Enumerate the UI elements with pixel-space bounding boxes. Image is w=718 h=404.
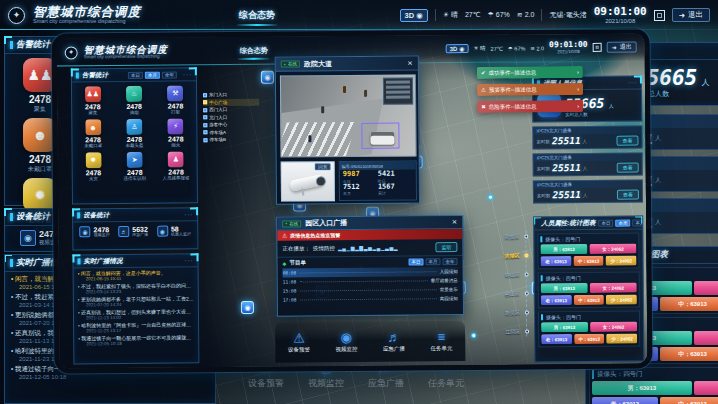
event-toast[interactable]: ✖ 危险事件--描述信息 › <box>477 100 583 113</box>
more-menu[interactable]: ··· <box>184 211 193 217</box>
online-status-badge: 在线 <box>281 60 300 67</box>
period-tab[interactable]: 本月 <box>145 71 160 78</box>
map-marker-icon[interactable]: ◉ <box>261 71 274 84</box>
broadcast-list-item[interactable]: 我通过镜子向一颗心脏展示一些它不可及的朦胧残影… 2021-12-05 10:1… <box>74 332 198 346</box>
live-video-feed[interactable] <box>280 74 417 157</box>
attribute-pill[interactable]: 女：24062 <box>589 244 636 254</box>
broadcast-list-item[interactable]: 闲言，就当解闷罢，这是小墨的声音。 2021-06-15 15:41 <box>74 267 198 281</box>
toolbar-item[interactable]: ⚠ 设备预警 <box>288 331 310 353</box>
period-tab[interactable]: 本日 <box>128 71 143 78</box>
alarm-tile[interactable]: ♨ 2478 抽烟 <box>113 82 155 115</box>
attribute-pill[interactable]: 少：24062 <box>606 256 637 266</box>
schedule-row[interactable]: 17:08 离园须知 <box>283 294 458 305</box>
attribute-pill[interactable]: 中：63913 <box>574 295 605 305</box>
broadcast-list-item[interactable]: 更别说她俩都不多，老子只想站那儿一站，工资2万起… 2021-07-20 14:… <box>74 293 198 307</box>
camera-count-card: IPC25北大门摄像 实时数 25511 人 查看 <box>533 179 643 203</box>
more-menu[interactable]: ··· <box>184 257 193 263</box>
attribute-pill[interactable]: 女：24062 <box>694 381 718 395</box>
tab-overview[interactable]: 综合态势 <box>240 46 268 56</box>
floating-dashboard-window[interactable]: ✦ 智慧城市综合调度 Smart city comprehensive disp… <box>57 33 648 368</box>
period-tab[interactable]: 全年 <box>443 258 458 265</box>
close-icon[interactable]: ✕ <box>407 59 413 67</box>
broadcast-list-item[interactable]: 还真别说，我幻想过，但到头来赚了里也个大设备健… 2021-11-13 14:0… <box>74 306 198 320</box>
outer-top-bar: ✦ 智慧城市综合调度 Smart city comprehensive disp… <box>0 0 718 30</box>
attribute-pill[interactable]: 中：63913 <box>660 297 718 311</box>
exit-button[interactable]: ➜退出 <box>672 8 710 22</box>
3d-mode-toggle[interactable]: 3D◉ <box>446 44 469 53</box>
alarm-tile[interactable]: ☻ 2478 未戴口罩 <box>72 115 114 148</box>
pedestrian <box>364 90 367 97</box>
3d-mode-toggle[interactable]: 3D◉ <box>400 9 428 22</box>
district-stop[interactable]: 锡山区 <box>467 264 529 284</box>
toolbar-item[interactable]: ≡ 任务单元 <box>430 330 452 352</box>
attribute-pill[interactable]: 男：63913 <box>592 381 692 395</box>
device-stat-item[interactable]: ◉ 58 机器人监控 <box>157 225 191 237</box>
alarm-tile[interactable]: ✹ 2478 火灾 <box>73 148 115 181</box>
device-stat-item[interactable]: ◉ 2478 视频监控 <box>80 226 110 238</box>
camera-pager[interactable]: 1/2页 <box>315 163 331 170</box>
period-tab[interactable]: 本日 <box>598 219 613 226</box>
map-marker-icon[interactable] <box>488 195 493 200</box>
attribute-pill[interactable]: 男：63913 <box>541 283 588 293</box>
district-stop[interactable]: 新吴区 <box>467 302 529 322</box>
tab-overview[interactable]: 综合态势 <box>239 9 275 22</box>
view-button[interactable]: 查看 <box>617 162 639 172</box>
more-menu[interactable]: ··· <box>628 80 637 86</box>
alarm-tile[interactable]: ♟ 2478 人员越界报警 <box>155 147 197 180</box>
map-marker-icon[interactable]: ◉ <box>241 301 254 314</box>
district-stop[interactable]: 江阴区 <box>467 321 529 341</box>
alarm-tile[interactable]: ⚡ 2478 烟火 <box>155 114 197 147</box>
period-tab[interactable]: 本月 <box>426 258 441 265</box>
device-stat-item[interactable]: ◉ 2478 视频监控 <box>20 230 61 246</box>
exit-arrow-icon: ➜ <box>679 11 685 20</box>
attribute-pill[interactable]: 中：63913 <box>660 347 718 361</box>
attribute-pill[interactable]: 女：24062 <box>590 283 637 293</box>
event-toast[interactable]: ⚠ 预警事件--描述信息 › <box>477 83 583 96</box>
district-stop[interactable]: 惠山区 <box>467 283 529 303</box>
attribute-pill[interactable]: 中：63913 <box>573 256 604 266</box>
attribute-pill[interactable]: 女：24062 <box>590 322 637 332</box>
attribute-pill[interactable]: 老：63913 <box>540 256 571 266</box>
attribute-pill[interactable]: 少：24062 <box>606 295 637 305</box>
view-button[interactable]: 查看 <box>616 135 638 145</box>
attribute-pill[interactable]: 男：63913 <box>541 322 588 332</box>
period-tab[interactable]: 本周 <box>615 219 630 226</box>
period-tab[interactable]: 全年 <box>162 71 177 78</box>
exit-button[interactable]: ➜退出 <box>607 42 637 53</box>
toolbar-item[interactable]: ◉ 视频监控 <box>335 331 357 353</box>
alarm-tile[interactable]: ♟♟ 2478 聚集 <box>72 82 114 115</box>
alarm-tile[interactable]: ♙ 2478 未戴头盔 <box>114 115 156 148</box>
toolbar-item[interactable]: ♬ 应急广播 <box>383 331 405 353</box>
listen-button[interactable]: 监听 <box>435 242 457 252</box>
attribute-pill[interactable]: 中：63913 <box>574 334 605 344</box>
device-icon: ◉ <box>157 226 168 237</box>
attribute-pill[interactable]: 女：24062 <box>694 331 718 345</box>
device-stat-item[interactable]: ♬ 5632 应急广播 <box>118 226 148 238</box>
attribute-pill[interactable]: 女：24062 <box>694 281 718 295</box>
alarm-type-icon: ♟♟ <box>85 86 101 102</box>
period-tab[interactable]: 本月 <box>632 219 644 226</box>
realtime-count: 25511 <box>552 136 581 146</box>
attribute-pill[interactable]: 中：63913 <box>660 397 718 404</box>
more-menu[interactable]: ··· <box>183 71 192 77</box>
attribute-pill[interactable]: 老：63913 <box>592 397 658 404</box>
event-toast[interactable]: ✔ 成功事件--描述信息 › <box>477 66 583 79</box>
attribute-pill[interactable]: 老：63913 <box>541 334 572 344</box>
broadcast-popup: 在线 园区入口广播 ✕ ⚠ 疫情信息热点推送预警 正在播放： 疫情防控 ▂▄▁▆… <box>276 215 464 317</box>
view-button[interactable]: 查看 <box>617 189 639 199</box>
smart-city-dashboard: ✦ 智慧城市综合调度 Smart city comprehensive disp… <box>0 0 718 404</box>
attribute-pill[interactable]: 男：63913 <box>540 244 587 254</box>
period-tab[interactable]: 本日 <box>409 258 424 265</box>
fullscreen-icon[interactable] <box>593 43 602 52</box>
alarm-tile[interactable]: ⚒ 2478 打架 <box>155 81 197 114</box>
close-icon[interactable]: ✕ <box>452 218 458 226</box>
broadcast-list-item[interactable]: 哈利波特里的『阿兹卡班』一台自己竟然的豆球，整个… 2021-11-23 13:… <box>74 319 198 333</box>
district-stop[interactable]: 滨湖区 <box>466 245 528 265</box>
district-stop[interactable]: 梁溪区 <box>466 226 528 246</box>
map-poi-item[interactable]: 停车场B <box>203 136 259 144</box>
alarm-tile[interactable]: ➤ 2478 违停车识别 <box>114 148 156 181</box>
broadcast-list-item[interactable]: 不过，我赶紧扣了镜头，深陷还在乎白不白的问题？ 2021-03-14 13:23 <box>74 280 198 294</box>
fullscreen-icon[interactable] <box>654 10 665 21</box>
attribute-pill[interactable]: 少：24062 <box>607 334 638 344</box>
attribute-pill[interactable]: 老：63913 <box>541 295 572 305</box>
